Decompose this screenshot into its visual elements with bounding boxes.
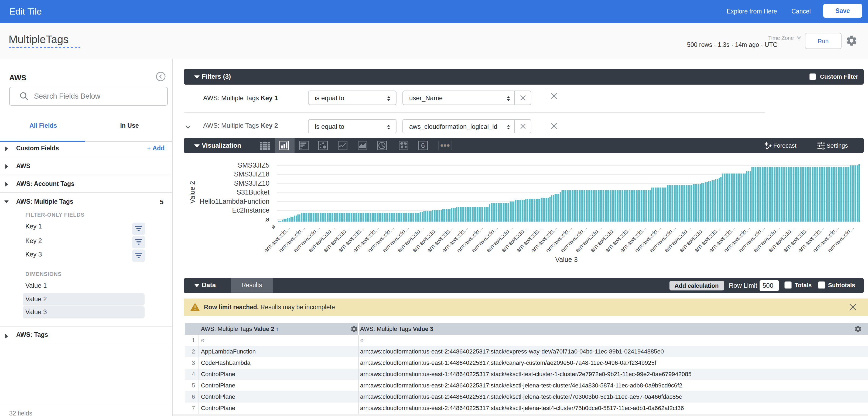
svg-text:SMS3JIZ10: SMS3JIZ10 [234,179,270,187]
svg-text:S31Bucket: S31Bucket [237,188,270,196]
svg-text:Value 3: Value 3 [555,256,578,263]
svg-text:Value 2: Value 2 [189,181,196,204]
svg-text:Hello1LambdaFunction: Hello1LambdaFunction [199,198,270,205]
svg-text:SMS3JIZ18: SMS3JIZ18 [234,170,270,178]
svg-text:SMS3JIZ5: SMS3JIZ5 [238,162,270,169]
svg-text:6: 6 [421,141,425,149]
svg-text:ø: ø [270,223,277,230]
svg-text:ø: ø [266,215,270,223]
svg-text:Ec2Instance: Ec2Instance [232,206,270,214]
